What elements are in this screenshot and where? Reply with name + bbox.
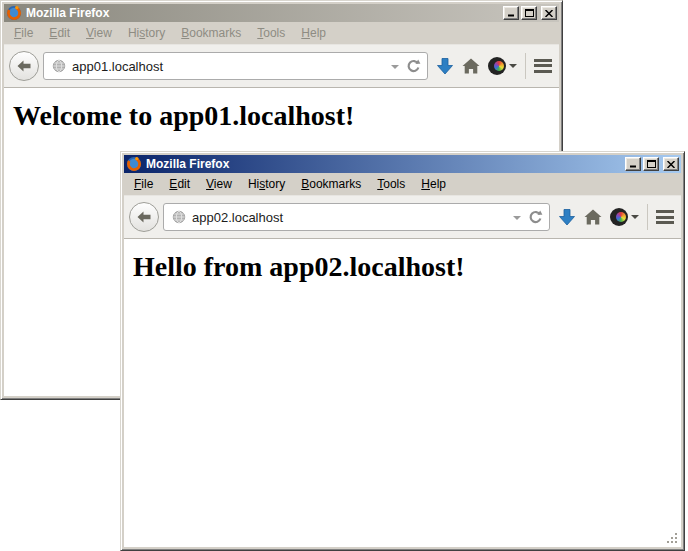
url-text[interactable]: app02.localhost [192, 210, 507, 225]
page-heading: Hello from app02.localhost! [133, 251, 681, 283]
menu-help[interactable]: Help [414, 175, 453, 193]
addon-button[interactable] [488, 57, 517, 75]
close-button[interactable] [541, 6, 557, 20]
menu-tools[interactable]: Tools [370, 175, 412, 193]
menu-edit[interactable]: Edit [162, 175, 197, 193]
close-icon [545, 10, 553, 17]
color-wheel-icon [488, 57, 506, 75]
firefox-logo-icon [6, 5, 22, 21]
navigation-toolbar: app01.localhost [4, 44, 559, 88]
minimize-button[interactable] [503, 6, 519, 20]
home-icon [462, 58, 480, 74]
color-wheel-icon [610, 208, 628, 226]
back-arrow-icon [136, 211, 152, 223]
page-heading: Welcome to app01.localhost! [13, 100, 559, 132]
minimize-icon [507, 9, 516, 17]
menu-button[interactable] [656, 210, 674, 224]
globe-icon[interactable] [52, 59, 66, 73]
page-content: Hello from app02.localhost! [124, 239, 681, 547]
close-icon [667, 161, 675, 168]
menu-edit[interactable]: Edit [42, 24, 77, 42]
menu-file[interactable]: File [7, 24, 40, 42]
globe-icon[interactable] [172, 210, 186, 224]
download-arrow-icon [558, 209, 576, 226]
maximize-button[interactable] [521, 6, 537, 20]
url-bar[interactable]: app01.localhost [43, 52, 428, 80]
back-button[interactable] [9, 51, 39, 81]
url-bar[interactable]: app02.localhost [163, 203, 550, 231]
maximize-icon [647, 160, 656, 168]
download-arrow-icon [436, 58, 454, 75]
downloads-button[interactable] [436, 58, 454, 75]
home-button[interactable] [584, 209, 602, 225]
menu-view[interactable]: View [79, 24, 119, 42]
window-title: Mozilla Firefox [146, 155, 621, 173]
addon-dropdown-caret-icon [509, 64, 517, 72]
back-arrow-icon [16, 60, 32, 72]
menu-bookmarks[interactable]: Bookmarks [174, 24, 248, 42]
menu-history[interactable]: History [121, 24, 172, 42]
home-button[interactable] [462, 58, 480, 74]
menu-tools[interactable]: Tools [250, 24, 292, 42]
menu-bookmarks[interactable]: Bookmarks [294, 175, 368, 193]
firefox-window-app02: Mozilla Firefox File Edit View History B… [120, 151, 685, 551]
menu-file[interactable]: File [127, 175, 160, 193]
menu-bar: File Edit View History Bookmarks Tools H… [4, 22, 559, 44]
menu-view[interactable]: View [199, 175, 239, 193]
chevron-down-icon[interactable] [391, 65, 399, 73]
resize-grip-icon[interactable] [665, 531, 679, 545]
addon-dropdown-caret-icon [631, 215, 639, 223]
toolbar-separator [525, 53, 526, 79]
navigation-toolbar: app02.localhost [124, 195, 681, 239]
reload-icon [405, 58, 421, 74]
window-title: Mozilla Firefox [26, 4, 499, 22]
menu-help[interactable]: Help [294, 24, 333, 42]
addon-button[interactable] [610, 208, 639, 226]
reload-button[interactable] [405, 58, 421, 74]
home-icon [584, 209, 602, 225]
back-button[interactable] [129, 202, 159, 232]
downloads-button[interactable] [558, 209, 576, 226]
titlebar[interactable]: Mozilla Firefox [124, 155, 681, 173]
menu-bar: File Edit View History Bookmarks Tools H… [124, 173, 681, 195]
hamburger-icon [534, 59, 552, 73]
window-controls [625, 157, 679, 171]
maximize-icon [525, 9, 534, 17]
hamburger-icon [656, 210, 674, 224]
minimize-button[interactable] [625, 157, 641, 171]
firefox-logo-icon [126, 156, 142, 172]
chevron-down-icon[interactable] [513, 216, 521, 224]
window-controls [503, 6, 557, 20]
reload-button[interactable] [527, 209, 543, 225]
menu-button[interactable] [534, 59, 552, 73]
maximize-button[interactable] [643, 157, 659, 171]
toolbar-separator [647, 204, 648, 230]
close-button[interactable] [663, 157, 679, 171]
url-text[interactable]: app01.localhost [72, 59, 385, 74]
menu-history[interactable]: History [241, 175, 292, 193]
reload-icon [527, 209, 543, 225]
titlebar[interactable]: Mozilla Firefox [4, 4, 559, 22]
minimize-icon [629, 160, 638, 168]
